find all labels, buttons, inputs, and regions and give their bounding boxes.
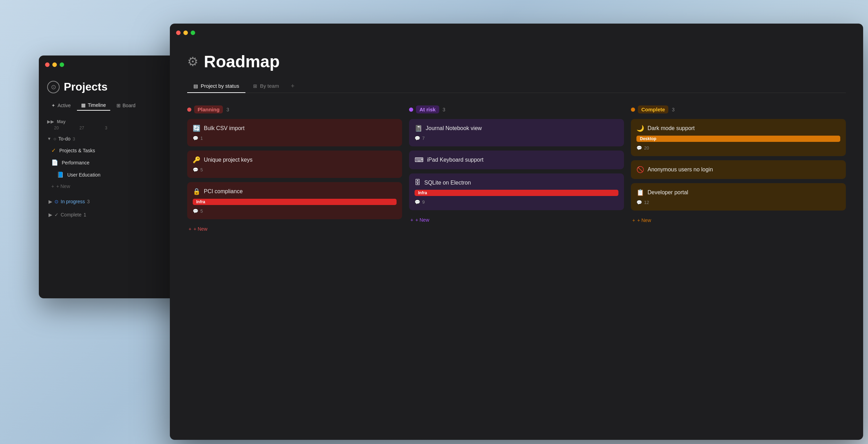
card-dark-mode-comments: 20 [644,145,649,151]
timeline-tab-label: Timeline [88,102,106,108]
card-bulk-csv-meta: 💬 1 [193,136,397,141]
card-bulk-csv-title-row: 🔄 Bulk CSV import [193,125,397,132]
complete-add-label: + New [637,217,651,223]
card-bulk-csv-comments: 1 [200,136,203,141]
card-sqlite-meta: 💬 9 [415,199,618,205]
roadmap-icon: ⚙ [187,54,198,69]
projects-title: Projects [64,80,107,93]
card-ipad-keyboard[interactable]: ⌨ iPad Keyboard support [409,151,624,169]
card-unique-keys-icon: 🔑 [193,156,200,164]
todo-arrow[interactable]: ▼ [47,136,51,141]
tab-board[interactable]: ⊞ Board [112,101,140,110]
tab-by-team[interactable]: ⊞ By team [247,79,285,93]
complete-add-new[interactable]: + + New [631,215,846,226]
front-title-bar [170,24,863,42]
planning-add-icon: + [189,226,191,232]
card-sqlite-icon: 🗄 [415,179,421,186]
task-name-projects: Projects & Tasks [59,148,177,153]
active-tab-label: Active [58,103,71,108]
card-anon-icon: 🚫 [636,166,644,173]
front-traffic-light-yellow[interactable] [183,31,188,35]
card-journal-meta: 💬 7 [415,136,618,141]
card-ipad-icon: ⌨ [415,156,424,164]
card-ipad-title: iPad Keyboard support [427,157,484,163]
comment-icon-keys: 💬 [193,167,198,172]
card-dev-portal-comments: 12 [644,200,649,205]
card-dev-portal[interactable]: 📋 Developer portal 💬 12 [631,183,846,211]
kanban-col-complete: Complete 3 🌙 Dark mode support Desktop 💬… [631,104,846,340]
card-pci-tag: Infra [193,199,397,205]
roadmap-title: Roadmap [204,52,280,71]
complete-label: Complete [61,212,81,217]
front-traffic-light-green[interactable] [191,31,195,35]
card-bulk-csv-title: Bulk CSV import [204,125,244,131]
comment-icon-dev: 💬 [636,200,642,205]
card-journal-icon: 📓 [415,125,422,132]
board-tab-label: Board [123,103,136,108]
kanban-col-atrisk: At risk 3 📓 Journal Notebook view 💬 7 [409,104,624,340]
complete-icon: ✓ [54,212,59,217]
in-progress-count: 3 [87,199,90,204]
card-journal-title: Journal Notebook view [426,125,482,131]
roadmap-content: ⚙ Roadmap ▤ Project by status ⊞ By team … [170,42,863,440]
complete-arrow: ▶ [49,212,52,217]
traffic-light-yellow[interactable] [52,62,57,67]
comment-icon-pci: 💬 [193,208,198,214]
card-journal[interactable]: 📓 Journal Notebook view 💬 7 [409,119,624,146]
atrisk-add-new[interactable]: + + New [409,214,624,225]
task-name-performance: Performance [62,160,177,165]
kanban-col-planning: Planning 3 🔄 Bulk CSV import 💬 1 [187,104,402,340]
tab-status-icon: ▤ [193,83,198,89]
planning-add-new[interactable]: + + New [187,223,402,234]
in-progress-label: In progress [61,199,85,204]
card-sqlite[interactable]: 🗄 SQLite on Electron Infra 💬 9 [409,173,624,210]
card-anon-users[interactable]: 🚫 Anonymous users no login [631,160,846,179]
comment-icon-sqlite: 💬 [415,199,420,205]
card-anon-title: Anonymous users no login [648,166,713,173]
todo-add-label: + New [56,183,70,189]
front-traffic-light-red[interactable] [176,31,181,35]
card-ipad-title-row: ⌨ iPad Keyboard support [415,156,618,164]
traffic-light-green[interactable] [60,62,64,67]
complete-col-header: Complete 3 [631,104,846,115]
card-dark-mode-tag: Desktop [636,136,840,142]
tab-active[interactable]: ✦ Active [47,101,75,110]
tab-timeline[interactable]: ▦ Timeline [77,100,110,111]
card-pci[interactable]: 🔒 PCI compliance Infra 💬 5 [187,182,402,219]
todo-label: To-do [58,136,70,142]
roadmap-tabs: ▤ Project by status ⊞ By team + [187,79,846,93]
card-unique-keys[interactable]: 🔑 Unique project keys 💬 5 [187,151,402,178]
task-icon-projects: ✓ [51,147,56,154]
complete-dot [631,108,635,112]
todo-circle-icon: ○ [53,136,56,142]
tab-team-icon: ⊞ [253,83,257,89]
tab-add-button[interactable]: + [287,80,299,93]
card-sqlite-title-row: 🗄 SQLite on Electron [415,179,618,186]
atrisk-add-label: + New [415,217,429,223]
complete-title: Complete [638,105,668,113]
planning-dot [187,108,191,112]
todo-count: 3 [72,136,75,142]
roadmap-header: ⚙ Roadmap [187,42,846,71]
card-dark-mode-title: Dark mode support [648,125,695,131]
card-pci-comments: 5 [200,208,203,214]
date-3: 3 [105,126,107,130]
card-dark-mode[interactable]: 🌙 Dark mode support Desktop 💬 20 [631,119,846,156]
task-name-education: User Education [67,172,183,178]
card-bulk-csv[interactable]: 🔄 Bulk CSV import 💬 1 [187,119,402,146]
card-dev-portal-meta: 💬 12 [636,200,840,205]
card-dev-portal-title-row: 📋 Developer portal [636,189,840,196]
card-dark-mode-meta: 💬 20 [636,145,840,151]
active-tab-icon: ✦ [51,103,55,108]
month-label: May [57,119,66,124]
planning-add-label: + New [193,226,207,232]
tab-project-by-status[interactable]: ▤ Project by status [187,79,245,93]
card-pci-title: PCI compliance [204,188,243,195]
traffic-light-red[interactable] [45,62,50,67]
complete-col-count: 3 [672,107,675,112]
in-progress-arrow: ▶ [49,199,52,204]
card-pci-title-row: 🔒 PCI compliance [193,188,397,195]
card-dark-mode-title-row: 🌙 Dark mode support [636,125,840,132]
card-dev-portal-title: Developer portal [648,189,688,196]
card-sqlite-comments: 9 [422,199,425,205]
